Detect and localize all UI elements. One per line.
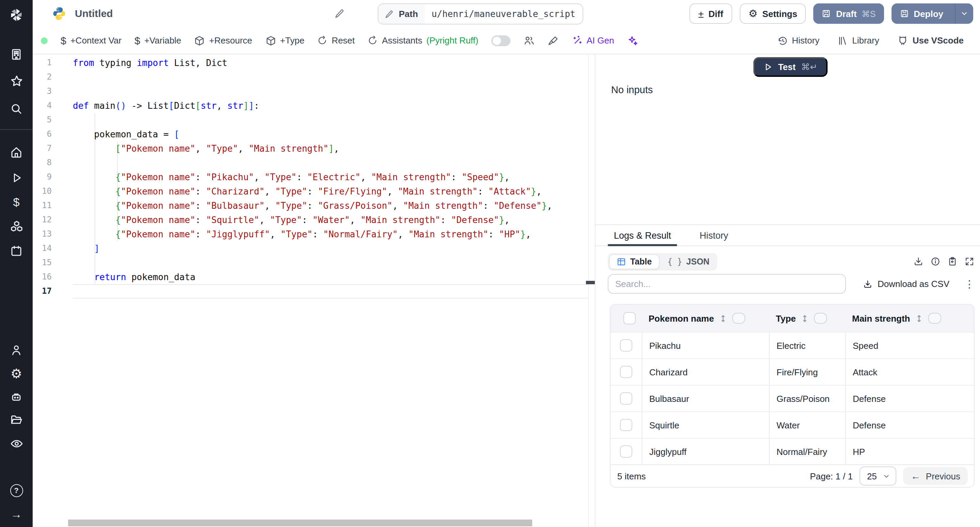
code-line[interactable]: 7 ["Pokemon name", "Type", "Main strengt…: [33, 141, 588, 156]
code-line-content: ]: [73, 241, 588, 256]
view-table-option[interactable]: Table: [609, 254, 659, 269]
test-button[interactable]: Test ⌘↵: [754, 57, 827, 77]
code-line[interactable]: 2: [33, 70, 588, 84]
path-field[interactable]: Path u/henri/maneuverable_script: [378, 3, 583, 24]
sort-icon[interactable]: [801, 314, 809, 323]
download-csv-button[interactable]: Download as CSV: [862, 279, 950, 289]
clipboard-icon[interactable]: [947, 256, 958, 267]
code-line[interactable]: 4def main() -> List[Dict[str, str]]:: [33, 98, 588, 113]
table-cell: Electric: [769, 333, 845, 358]
sidebar-item-settings[interactable]: ⚙: [0, 366, 33, 381]
add-variable-button[interactable]: $+Variable: [134, 35, 181, 46]
sidebar-item-workspace[interactable]: [0, 47, 33, 62]
line-number: 11: [33, 198, 52, 213]
sidebar-item-schedules[interactable]: [0, 243, 33, 259]
deploy-dropdown-button[interactable]: [955, 3, 973, 24]
download-icon: [862, 279, 872, 289]
line-number: 8: [33, 156, 52, 170]
python-logo-icon: [52, 6, 67, 21]
column-toggle[interactable]: [814, 313, 827, 324]
previous-page-button[interactable]: ← Previous: [904, 467, 968, 485]
diff-button[interactable]: ± Diff: [689, 3, 732, 24]
column-toggle[interactable]: [732, 313, 745, 324]
sidebar-item-users[interactable]: [0, 343, 33, 358]
history-button[interactable]: History: [777, 35, 819, 46]
star-icon: [9, 74, 24, 88]
code-line[interactable]: 17: [33, 284, 588, 298]
row-checkbox[interactable]: [620, 392, 632, 405]
sidebar-item-audit[interactable]: [0, 436, 33, 451]
help-icon: ?: [10, 484, 23, 497]
paintbrush-icon[interactable]: [548, 35, 559, 46]
code-line-content: {"Pokemon name": "Pikachu", "Type": "Ele…: [73, 170, 588, 184]
row-checkbox[interactable]: [620, 339, 632, 352]
sort-icon[interactable]: [719, 314, 727, 323]
page-size-select[interactable]: 25: [859, 467, 897, 486]
windmill-logo-icon[interactable]: [0, 5, 33, 24]
sidebar-item-folders[interactable]: [0, 412, 33, 427]
code-line[interactable]: 11 {"Pokemon name": "Bulbasaur", "Type":…: [33, 198, 588, 213]
library-bars-icon: [837, 35, 848, 46]
sidebar-item-workers[interactable]: [0, 390, 33, 405]
edit-title-button[interactable]: [332, 6, 347, 21]
ai-gen-button[interactable]: AI Gen: [572, 35, 614, 46]
reset-button[interactable]: Reset: [318, 35, 355, 46]
code-line[interactable]: 13 {"Pokemon name": "Jigglypuff", "Type"…: [33, 227, 588, 241]
more-options-button[interactable]: ⋮: [964, 279, 975, 289]
code-editor[interactable]: 1from typing import List, Dict234def mai…: [33, 54, 595, 527]
use-vscode-button[interactable]: Use VScode: [897, 35, 964, 46]
code-line[interactable]: 10 {"Pokemon name": "Charizard", "Type":…: [33, 184, 588, 198]
sidebar-item-favorites[interactable]: [0, 73, 33, 88]
sidebar-item-runs[interactable]: [0, 170, 33, 185]
sidebar-item-variables[interactable]: $: [0, 194, 33, 210]
editor-scrollbar-handle[interactable]: [586, 281, 595, 284]
table-row: JigglypuffNormal/FairyHP: [611, 438, 974, 464]
search-input[interactable]: [608, 274, 846, 294]
sidebar-item-search[interactable]: [0, 101, 33, 116]
code-line[interactable]: 3: [33, 84, 588, 98]
sidebar-item-resources[interactable]: [0, 219, 33, 234]
settings-button[interactable]: ⚙ Settings: [740, 3, 806, 24]
draft-button[interactable]: Draft ⌘S: [814, 3, 884, 24]
deploy-button[interactable]: Deploy: [891, 3, 973, 24]
expand-icon[interactable]: [964, 256, 975, 267]
code-line-content: ["Pokemon name", "Type", "Main strength"…: [73, 141, 588, 156]
row-checkbox[interactable]: [620, 445, 632, 458]
code-line[interactable]: 5: [33, 113, 588, 127]
download-icon[interactable]: [913, 256, 924, 267]
column-toggle[interactable]: [928, 313, 941, 324]
library-button[interactable]: Library: [837, 35, 879, 46]
assistant-toggle[interactable]: [492, 35, 511, 46]
add-context-var-button[interactable]: $+Context Var: [60, 35, 121, 46]
code-line[interactable]: 1from typing import List, Dict: [33, 56, 588, 70]
row-checkbox[interactable]: [620, 366, 632, 378]
code-line[interactable]: 12 {"Pokemon name": "Squirtle", "Type": …: [33, 213, 588, 227]
editor-horizontal-scrollbar[interactable]: [68, 519, 532, 526]
info-icon[interactable]: [930, 256, 940, 267]
assistants-button[interactable]: Assistants (Pyright Ruff): [368, 35, 479, 46]
code-line[interactable]: 8: [33, 156, 588, 170]
code-line[interactable]: 15: [33, 256, 588, 270]
result-tabs: Logs & Result History: [595, 224, 980, 246]
code-line[interactable]: 16 return pokemon_data: [33, 270, 588, 284]
sparkles-icon[interactable]: [627, 35, 639, 46]
save-icon: [899, 9, 909, 18]
tab-history[interactable]: History: [694, 225, 734, 246]
tab-logs-result[interactable]: Logs & Result: [608, 225, 677, 246]
code-line[interactable]: 9 {"Pokemon name": "Pikachu", "Type": "E…: [33, 170, 588, 184]
add-type-button[interactable]: +Type: [265, 35, 305, 46]
code-line-content: from typing import List, Dict: [73, 56, 588, 70]
add-resource-button[interactable]: +Resource: [194, 35, 252, 46]
row-checkbox-cell: [611, 359, 642, 385]
users-icon[interactable]: [523, 35, 535, 46]
code-line[interactable]: 6 pokemon_data = [: [33, 127, 588, 141]
vscode-cat-icon: [897, 35, 908, 46]
sidebar-collapse-toggle[interactable]: →: [0, 506, 33, 522]
sort-icon[interactable]: [915, 314, 923, 323]
row-checkbox[interactable]: [620, 419, 632, 431]
sidebar-item-help[interactable]: ?: [0, 483, 33, 498]
view-json-option[interactable]: { } JSON: [660, 255, 716, 268]
sidebar-item-home[interactable]: [0, 145, 33, 160]
select-all-checkbox[interactable]: [624, 312, 636, 324]
code-line[interactable]: 14 ]: [33, 241, 588, 256]
